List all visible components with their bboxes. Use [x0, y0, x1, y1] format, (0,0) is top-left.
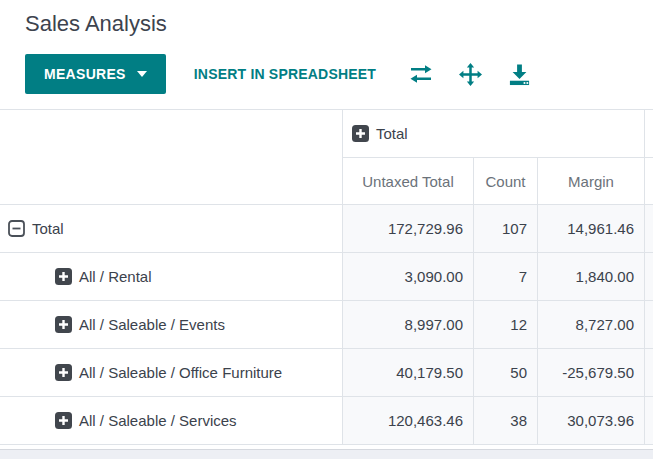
row-header-label: All / Saleable / Events: [79, 316, 225, 333]
cell-untaxed-total: 40,179.50: [343, 349, 474, 397]
expand-plus-icon[interactable]: [55, 412, 72, 429]
collapse-minus-icon[interactable]: [8, 220, 25, 237]
pivot-corner-cell: [0, 110, 343, 205]
row-header-services[interactable]: All / Saleable / Services: [0, 397, 343, 445]
measures-row: Untaxed Total Count Margin: [343, 158, 653, 205]
table-edge-sliver: [645, 110, 653, 158]
row-header-label: All / Saleable / Office Furniture: [79, 364, 282, 381]
cell-count: 107: [474, 205, 538, 253]
cell-untaxed-total: 172,729.96: [343, 205, 474, 253]
cell-count: 7: [474, 253, 538, 301]
expand-plus-icon[interactable]: [55, 364, 72, 381]
row-header-events[interactable]: All / Saleable / Events: [0, 301, 343, 349]
next-section-edge: [0, 449, 653, 459]
pivot-values-area: Total Untaxed Total Count Margin 172,729…: [343, 110, 653, 445]
column-group-row: Total: [343, 110, 653, 158]
pivot-table: Total All / Rental All / Saleable / Even…: [0, 109, 653, 445]
download-icon[interactable]: [508, 63, 531, 86]
pivot-toolbar: MEASURES INSERT IN SPREADSHEET: [25, 54, 653, 94]
measures-button-label: MEASURES: [44, 66, 126, 82]
row-header-rental[interactable]: All / Rental: [0, 253, 343, 301]
cell-margin: -25,679.50: [538, 349, 645, 397]
cell-count: 38: [474, 397, 538, 445]
column-header-label: Total: [376, 125, 408, 142]
cell-count: 12: [474, 301, 538, 349]
measure-header-count[interactable]: Count: [474, 158, 538, 205]
expand-full-icon[interactable]: [459, 63, 482, 86]
cell-margin: 1,840.00: [538, 253, 645, 301]
table-edge-sliver: [645, 349, 653, 397]
row-header-label: All / Rental: [79, 268, 152, 285]
cell-untaxed-total: 8,997.00: [343, 301, 474, 349]
table-edge-sliver: [645, 397, 653, 445]
table-edge-sliver: [645, 158, 653, 205]
row-header-label: All / Saleable / Services: [79, 412, 237, 429]
row-header-total[interactable]: Total: [0, 205, 343, 253]
insert-in-spreadsheet-button[interactable]: INSERT IN SPREADSHEET: [194, 66, 376, 82]
pivot-row-headers: Total All / Rental All / Saleable / Even…: [0, 110, 343, 445]
table-row: 172,729.96 107 14,961.46: [343, 205, 653, 253]
cell-untaxed-total: 3,090.00: [343, 253, 474, 301]
table-row: 8,997.00 12 8,727.00: [343, 301, 653, 349]
row-header-label: Total: [32, 220, 64, 237]
chevron-down-icon: [137, 71, 147, 77]
table-edge-sliver: [645, 205, 653, 253]
table-edge-sliver: [645, 253, 653, 301]
expand-plus-icon[interactable]: [352, 125, 369, 142]
cell-count: 50: [474, 349, 538, 397]
cell-margin: 8,727.00: [538, 301, 645, 349]
row-header-office-furniture[interactable]: All / Saleable / Office Furniture: [0, 349, 343, 397]
flip-axes-icon[interactable]: [409, 62, 433, 86]
expand-plus-icon[interactable]: [55, 316, 72, 333]
table-row: 3,090.00 7 1,840.00: [343, 253, 653, 301]
expand-plus-icon[interactable]: [55, 268, 72, 285]
table-row: 120,463.46 38 30,073.96: [343, 397, 653, 445]
column-header-total[interactable]: Total: [343, 110, 645, 158]
cell-untaxed-total: 120,463.46: [343, 397, 474, 445]
measure-header-margin[interactable]: Margin: [538, 158, 645, 205]
cell-margin: 30,073.96: [538, 397, 645, 445]
table-row: 40,179.50 50 -25,679.50: [343, 349, 653, 397]
table-edge-sliver: [645, 301, 653, 349]
measures-button[interactable]: MEASURES: [25, 54, 166, 94]
page-title: Sales Analysis: [25, 10, 653, 37]
cell-margin: 14,961.46: [538, 205, 645, 253]
measure-header-untaxed-total[interactable]: Untaxed Total: [343, 158, 474, 205]
